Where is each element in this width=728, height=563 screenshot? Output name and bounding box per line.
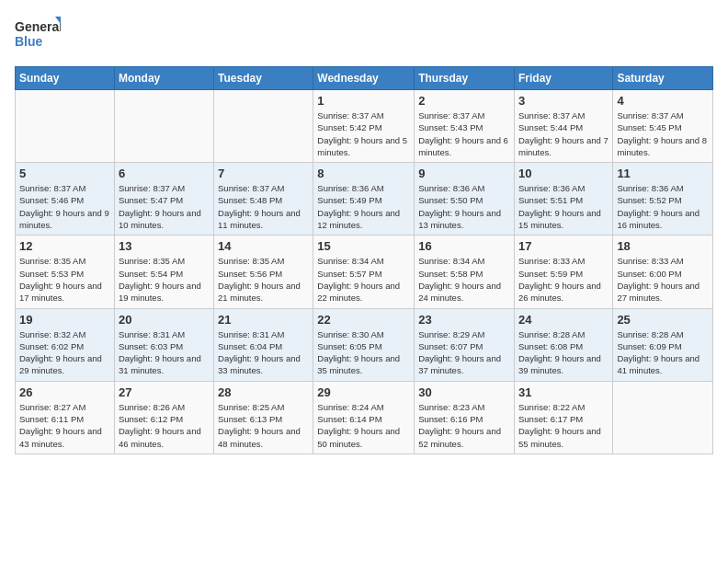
day-number: 13: [119, 239, 210, 253]
calendar-cell: 30Sunrise: 8:23 AM Sunset: 6:16 PM Dayli…: [415, 381, 515, 454]
day-info: Sunrise: 8:35 AM Sunset: 5:56 PM Dayligh…: [218, 255, 309, 304]
day-number: 15: [317, 239, 410, 253]
calendar-cell: 25Sunrise: 8:28 AM Sunset: 6:09 PM Dayli…: [613, 308, 713, 381]
calendar-table: SundayMondayTuesdayWednesdayThursdayFrid…: [15, 66, 713, 454]
calendar-cell: 22Sunrise: 8:30 AM Sunset: 6:05 PM Dayli…: [313, 308, 415, 381]
calendar-cell: 15Sunrise: 8:34 AM Sunset: 5:57 PM Dayli…: [313, 236, 415, 308]
logo: General Blue: [15, 15, 61, 55]
day-info: Sunrise: 8:25 AM Sunset: 6:13 PM Dayligh…: [218, 401, 309, 450]
calendar-week-row: 1Sunrise: 8:37 AM Sunset: 5:42 PM Daylig…: [16, 90, 713, 163]
day-info: Sunrise: 8:28 AM Sunset: 6:08 PM Dayligh…: [518, 328, 609, 377]
calendar-cell: 29Sunrise: 8:24 AM Sunset: 6:14 PM Dayli…: [313, 381, 415, 454]
calendar-cell: 6Sunrise: 8:37 AM Sunset: 5:47 PM Daylig…: [114, 163, 213, 236]
day-number: 2: [418, 94, 510, 108]
day-info: Sunrise: 8:37 AM Sunset: 5:46 PM Dayligh…: [19, 182, 110, 231]
calendar-cell: 24Sunrise: 8:28 AM Sunset: 6:08 PM Dayli…: [514, 308, 612, 381]
calendar-cell: 13Sunrise: 8:35 AM Sunset: 5:54 PM Dayli…: [114, 236, 213, 308]
day-info: Sunrise: 8:26 AM Sunset: 6:12 PM Dayligh…: [119, 401, 210, 450]
calendar-cell: 11Sunrise: 8:36 AM Sunset: 5:52 PM Dayli…: [613, 163, 713, 236]
calendar-cell: [613, 381, 713, 454]
calendar-week-row: 19Sunrise: 8:32 AM Sunset: 6:02 PM Dayli…: [16, 308, 713, 381]
day-number: 6: [119, 167, 210, 180]
day-number: 25: [617, 313, 709, 327]
day-number: 1: [317, 94, 410, 108]
header: General Blue: [15, 15, 713, 55]
day-info: Sunrise: 8:22 AM Sunset: 6:17 PM Dayligh…: [518, 401, 609, 450]
svg-text:Blue: Blue: [15, 34, 43, 49]
weekday-header-sunday: Sunday: [16, 67, 115, 90]
calendar-cell: [214, 90, 313, 163]
logo-svg: General Blue: [15, 15, 61, 55]
calendar-cell: 19Sunrise: 8:32 AM Sunset: 6:02 PM Dayli…: [16, 308, 115, 381]
day-info: Sunrise: 8:36 AM Sunset: 5:52 PM Dayligh…: [617, 182, 709, 231]
day-info: Sunrise: 8:31 AM Sunset: 6:03 PM Dayligh…: [119, 328, 210, 377]
day-info: Sunrise: 8:28 AM Sunset: 6:09 PM Dayligh…: [617, 328, 709, 377]
day-info: Sunrise: 8:37 AM Sunset: 5:42 PM Dayligh…: [317, 109, 410, 158]
day-number: 11: [617, 167, 709, 180]
calendar-cell: 26Sunrise: 8:27 AM Sunset: 6:11 PM Dayli…: [16, 381, 115, 454]
day-number: 16: [418, 239, 510, 253]
weekday-header-tuesday: Tuesday: [214, 67, 313, 90]
calendar-cell: 14Sunrise: 8:35 AM Sunset: 5:56 PM Dayli…: [214, 236, 313, 308]
day-number: 9: [418, 167, 510, 180]
day-number: 30: [418, 385, 510, 399]
calendar-cell: 4Sunrise: 8:37 AM Sunset: 5:45 PM Daylig…: [613, 90, 713, 163]
calendar-cell: 17Sunrise: 8:33 AM Sunset: 5:59 PM Dayli…: [514, 236, 612, 308]
weekday-header-wednesday: Wednesday: [313, 67, 415, 90]
day-info: Sunrise: 8:34 AM Sunset: 5:58 PM Dayligh…: [418, 255, 510, 304]
day-number: 20: [119, 313, 210, 327]
day-info: Sunrise: 8:37 AM Sunset: 5:43 PM Dayligh…: [418, 109, 510, 158]
day-info: Sunrise: 8:33 AM Sunset: 5:59 PM Dayligh…: [518, 255, 609, 304]
calendar-week-row: 5Sunrise: 8:37 AM Sunset: 5:46 PM Daylig…: [16, 163, 713, 236]
day-number: 22: [317, 313, 410, 327]
calendar-cell: 1Sunrise: 8:37 AM Sunset: 5:42 PM Daylig…: [313, 90, 415, 163]
calendar-cell: 12Sunrise: 8:35 AM Sunset: 5:53 PM Dayli…: [16, 236, 115, 308]
day-info: Sunrise: 8:31 AM Sunset: 6:04 PM Dayligh…: [218, 328, 309, 377]
calendar-cell: 20Sunrise: 8:31 AM Sunset: 6:03 PM Dayli…: [114, 308, 213, 381]
weekday-header-saturday: Saturday: [613, 67, 713, 90]
calendar-cell: 28Sunrise: 8:25 AM Sunset: 6:13 PM Dayli…: [214, 381, 313, 454]
calendar-cell: 23Sunrise: 8:29 AM Sunset: 6:07 PM Dayli…: [415, 308, 515, 381]
day-info: Sunrise: 8:36 AM Sunset: 5:50 PM Dayligh…: [418, 182, 510, 231]
calendar-cell: 10Sunrise: 8:36 AM Sunset: 5:51 PM Dayli…: [514, 163, 612, 236]
weekday-header-thursday: Thursday: [415, 67, 515, 90]
calendar-cell: [16, 90, 115, 163]
calendar-cell: 8Sunrise: 8:36 AM Sunset: 5:49 PM Daylig…: [313, 163, 415, 236]
day-number: 7: [218, 167, 309, 180]
weekday-header-row: SundayMondayTuesdayWednesdayThursdayFrid…: [16, 67, 713, 90]
weekday-header-friday: Friday: [514, 67, 612, 90]
day-number: 17: [518, 239, 609, 253]
day-info: Sunrise: 8:30 AM Sunset: 6:05 PM Dayligh…: [317, 328, 410, 377]
day-number: 24: [518, 313, 609, 327]
calendar-cell: 27Sunrise: 8:26 AM Sunset: 6:12 PM Dayli…: [114, 381, 213, 454]
day-number: 10: [518, 167, 609, 180]
day-number: 28: [218, 385, 309, 399]
calendar-cell: 7Sunrise: 8:37 AM Sunset: 5:48 PM Daylig…: [214, 163, 313, 236]
calendar-cell: [114, 90, 213, 163]
day-info: Sunrise: 8:37 AM Sunset: 5:45 PM Dayligh…: [617, 109, 709, 158]
day-info: Sunrise: 8:37 AM Sunset: 5:44 PM Dayligh…: [518, 109, 609, 158]
day-number: 26: [19, 385, 110, 399]
day-number: 29: [317, 385, 410, 399]
calendar-cell: 3Sunrise: 8:37 AM Sunset: 5:44 PM Daylig…: [514, 90, 612, 163]
day-number: 3: [518, 94, 609, 108]
day-number: 19: [19, 313, 110, 327]
day-info: Sunrise: 8:27 AM Sunset: 6:11 PM Dayligh…: [19, 401, 110, 450]
day-info: Sunrise: 8:34 AM Sunset: 5:57 PM Dayligh…: [317, 255, 410, 304]
day-number: 21: [218, 313, 309, 327]
calendar-week-row: 26Sunrise: 8:27 AM Sunset: 6:11 PM Dayli…: [16, 381, 713, 454]
day-info: Sunrise: 8:37 AM Sunset: 5:47 PM Dayligh…: [119, 182, 210, 231]
day-number: 12: [19, 239, 110, 253]
calendar-cell: 18Sunrise: 8:33 AM Sunset: 6:00 PM Dayli…: [613, 236, 713, 308]
day-number: 23: [418, 313, 510, 327]
day-number: 8: [317, 167, 410, 180]
weekday-header-monday: Monday: [114, 67, 213, 90]
day-info: Sunrise: 8:29 AM Sunset: 6:07 PM Dayligh…: [418, 328, 510, 377]
day-number: 18: [617, 239, 709, 253]
day-number: 4: [617, 94, 709, 108]
day-number: 31: [518, 385, 609, 399]
day-info: Sunrise: 8:24 AM Sunset: 6:14 PM Dayligh…: [317, 401, 410, 450]
day-info: Sunrise: 8:35 AM Sunset: 5:54 PM Dayligh…: [119, 255, 210, 304]
page-container: General Blue SundayMondayTuesdayWednesda…: [0, 0, 728, 464]
calendar-cell: 9Sunrise: 8:36 AM Sunset: 5:50 PM Daylig…: [415, 163, 515, 236]
